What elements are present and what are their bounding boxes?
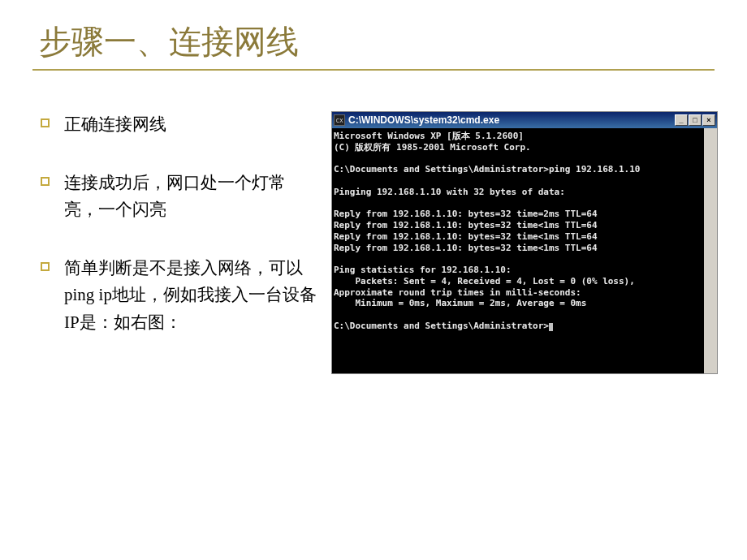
slide: 步骤一、连接网线 正确连接网线 连接成功后，网口处一个灯常亮，一个闪亮 简单判断… bbox=[0, 0, 747, 560]
bullet-text: 简单判断是不是接入网络，可以ping ip地址，例如我接入一台设备IP是：如右图… bbox=[64, 255, 317, 337]
bullet-icon bbox=[41, 177, 50, 186]
cmd-line: Microsoft Windows XP [版本 5.1.2600] bbox=[334, 131, 524, 141]
cmd-line: Packets: Sent = 4, Received = 4, Lost = … bbox=[334, 276, 635, 286]
maximize-button[interactable]: □ bbox=[689, 114, 702, 126]
title-area: 步骤一、连接网线 bbox=[16, 19, 731, 64]
title-divider bbox=[32, 69, 715, 71]
cmd-line: Reply from 192.168.1.10: bytes=32 time<1… bbox=[334, 220, 598, 230]
cmd-line: Pinging 192.168.1.10 with 32 bytes of da… bbox=[334, 187, 565, 197]
cmd-window: cx C:\WINDOWS\system32\cmd.exe _ □ × Mic… bbox=[331, 111, 718, 374]
cmd-line: Ping statistics for 192.168.1.10: bbox=[334, 265, 512, 275]
window-title: C:\WINDOWS\system32\cmd.exe bbox=[348, 114, 675, 126]
cursor-icon bbox=[549, 323, 553, 331]
cmd-line: (C) 版权所有 1985-2001 Microsoft Corp. bbox=[334, 142, 531, 153]
bullet-list: 正确连接网线 连接成功后，网口处一个灯常亮，一个闪亮 简单判断是不是接入网络，可… bbox=[41, 111, 317, 374]
cmd-line: Reply from 192.168.1.10: bytes=32 time<1… bbox=[334, 243, 598, 253]
window-titlebar: cx C:\WINDOWS\system32\cmd.exe _ □ × bbox=[332, 112, 717, 128]
list-item: 简单判断是不是接入网络，可以ping ip地址，例如我接入一台设备IP是：如右图… bbox=[41, 255, 317, 337]
cmd-line: Reply from 192.168.1.10: bytes=32 time=2… bbox=[334, 209, 598, 219]
list-item: 正确连接网线 bbox=[41, 111, 317, 139]
cmd-icon: cx bbox=[334, 114, 345, 126]
page-title: 步骤一、连接网线 bbox=[39, 19, 731, 64]
cmd-line: C:\Documents and Settings\Administrator>… bbox=[334, 164, 641, 174]
bullet-icon bbox=[41, 118, 50, 127]
cmd-output: Microsoft Windows XP [版本 5.1.2600] (C) 版… bbox=[332, 128, 717, 373]
screenshot-area: cx C:\WINDOWS\system32\cmd.exe _ □ × Mic… bbox=[331, 111, 731, 374]
cmd-prompt: C:\Documents and Settings\Administrator> bbox=[334, 321, 549, 331]
bullet-text: 连接成功后，网口处一个灯常亮，一个闪亮 bbox=[64, 170, 317, 224]
bullet-icon bbox=[41, 262, 50, 271]
cmd-line: Reply from 192.168.1.10: bytes=32 time<1… bbox=[334, 231, 598, 242]
bullet-text: 正确连接网线 bbox=[64, 111, 166, 139]
cmd-line: Approximate round trip times in milli-se… bbox=[334, 287, 581, 298]
content-area: 正确连接网线 连接成功后，网口处一个灯常亮，一个闪亮 简单判断是不是接入网络，可… bbox=[16, 111, 731, 374]
close-button[interactable]: × bbox=[702, 114, 715, 126]
cmd-line: Minimum = 0ms, Maximum = 2ms, Average = … bbox=[334, 298, 586, 308]
window-controls: _ □ × bbox=[675, 114, 715, 126]
minimize-button[interactable]: _ bbox=[675, 114, 688, 126]
list-item: 连接成功后，网口处一个灯常亮，一个闪亮 bbox=[41, 170, 317, 224]
